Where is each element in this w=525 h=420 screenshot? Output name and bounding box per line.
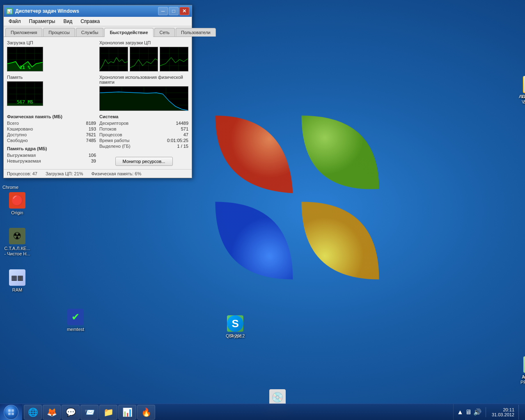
clock-time: 20:11 bbox=[503, 407, 514, 412]
phys-available-row: Доступно 7621 bbox=[7, 132, 96, 137]
desktop-icon-stalker[interactable]: ☢ С.Т.А.Л.КЕ...- Чистое Н... bbox=[2, 228, 32, 257]
menu-view[interactable]: Вид bbox=[60, 18, 76, 25]
memory-section-title: Память bbox=[7, 75, 96, 80]
task-manager-content: Загрузка ЦП bbox=[4, 37, 192, 169]
threads-row: Потоков 571 bbox=[99, 126, 188, 131]
tab-users[interactable]: Пользователи bbox=[176, 28, 216, 37]
status-memory: Физическая память: 6% bbox=[92, 171, 142, 176]
memory-graph: 567 МБ bbox=[7, 81, 43, 106]
skype-icon: S bbox=[227, 315, 243, 332]
show-desktop-button[interactable] bbox=[518, 405, 522, 420]
cpu-history-graph-3 bbox=[160, 47, 188, 71]
stats-section: Физическая память (МБ) Всего 8189 Кэширо… bbox=[7, 114, 188, 166]
desc-value: 14489 bbox=[176, 121, 188, 126]
menu-options[interactable]: Параметры bbox=[26, 18, 59, 25]
kernel-memory-title: Память ядра (МБ) bbox=[7, 146, 96, 151]
tab-services[interactable]: Службы bbox=[76, 28, 104, 37]
desktop-icon-memtest[interactable]: ✔ memtest bbox=[61, 309, 90, 332]
artmoney-icon: 💰 bbox=[523, 356, 525, 373]
stalker-icon: ☢ bbox=[9, 228, 25, 244]
nonpaged-row: Невыгружаемая 39 bbox=[7, 158, 96, 163]
physical-memory-stats: Физическая память (МБ) Всего 8189 Кэширо… bbox=[7, 114, 96, 166]
desktop-icon-artmoney[interactable]: 💰 ArtMoney PRO v7.33 bbox=[517, 356, 525, 385]
taskbar: 🌐 🦊 💬 📨 📁 📊 🔥 ▲ 🖥 🔊 20:11 31.03.2012 bbox=[0, 404, 525, 420]
start-button[interactable] bbox=[0, 404, 22, 420]
menu-help[interactable]: Справка bbox=[77, 18, 103, 25]
desc-label: Дескрипторов bbox=[99, 121, 128, 126]
phys-cached-row: Кэшировано 193 bbox=[7, 126, 96, 131]
monitor-resources-button[interactable]: Монитор ресурсов... bbox=[115, 157, 173, 166]
phys-total-label: Всего bbox=[7, 121, 19, 126]
phys-available-value: 7621 bbox=[86, 132, 96, 137]
taskbar-btn-chrome[interactable]: 🌐 bbox=[24, 405, 42, 420]
desktop-icon-ram[interactable]: ▦▦ RAM bbox=[2, 269, 32, 293]
taskbar-btn-firefox[interactable]: 🦊 bbox=[43, 405, 61, 420]
menu-file[interactable]: Файл bbox=[5, 18, 24, 25]
cpu-history-graph-1 bbox=[99, 47, 128, 71]
svg-rect-39 bbox=[11, 409, 14, 412]
origin-icon: 🔴 bbox=[9, 192, 25, 209]
uptime-row: Время работы 0:01:05:25 bbox=[99, 138, 188, 143]
memtest-icon: ✔ bbox=[67, 309, 84, 325]
close-button[interactable]: ✕ bbox=[179, 7, 189, 15]
system-title: Система bbox=[99, 114, 188, 119]
task-manager-statusbar: Процессов: 47 Загрузка ЦП: 21% Физическа… bbox=[4, 169, 192, 178]
taskbar-btn-origin[interactable]: 🔥 bbox=[137, 405, 155, 420]
taskbar-pinned: 🌐 🦊 💬 📨 📁 📊 🔥 bbox=[22, 404, 157, 420]
task-manager-menubar: Файл Параметры Вид Справка bbox=[4, 17, 192, 26]
desktop-icon-origin[interactable]: 🔴 Origin bbox=[2, 192, 32, 216]
taskbar-btn-qip[interactable]: 📨 bbox=[80, 405, 99, 420]
nonpaged-label: Невыгружаемая bbox=[7, 158, 41, 163]
status-cpu: Загрузка ЦП: 21% bbox=[46, 171, 83, 176]
processes-row: Процессов 47 bbox=[99, 132, 188, 137]
svg-rect-40 bbox=[8, 413, 11, 415]
tab-applications[interactable]: Приложения bbox=[5, 28, 42, 37]
ram-icon: ▦▦ bbox=[9, 269, 25, 286]
tray-volume[interactable]: 🔊 bbox=[473, 408, 481, 416]
processes-label: Процессов bbox=[99, 132, 122, 137]
phys-available-label: Доступно bbox=[7, 132, 27, 137]
ultraiso-icon: 💿 bbox=[269, 389, 286, 406]
phys-free-value: 7485 bbox=[86, 138, 96, 143]
desktop-icon-camtasia[interactable]: 🎥 Camtasia Studio 7 bbox=[517, 76, 525, 105]
desktop-icon-skype[interactable]: S Skype bbox=[220, 315, 250, 339]
phys-free-label: Свободно bbox=[7, 138, 28, 143]
svg-rect-38 bbox=[8, 409, 11, 412]
window-controls: ─ □ ✕ bbox=[158, 7, 189, 15]
taskbar-btn-taskmgr[interactable]: 📊 bbox=[118, 405, 136, 420]
status-processes: Процессов: 47 bbox=[7, 171, 37, 176]
tray-network[interactable]: 🖥 bbox=[465, 409, 472, 416]
tab-network[interactable]: Сеть bbox=[154, 28, 175, 37]
paged-row: Выгружаемая 106 bbox=[7, 153, 96, 158]
paged-value: 106 bbox=[89, 153, 96, 158]
tab-performance[interactable]: Быстродействие bbox=[104, 28, 153, 37]
cpu-history-graph-2 bbox=[130, 47, 158, 71]
task-manager-window: 📊 Диспетчер задач Windows ─ □ ✕ Файл Пар… bbox=[3, 5, 192, 178]
cpu-graph: 21 % bbox=[7, 47, 43, 71]
phys-free-row: Свободно 7485 bbox=[7, 138, 96, 143]
taskbar-btn-skype[interactable]: 💬 bbox=[62, 405, 80, 420]
maximize-button[interactable]: □ bbox=[169, 7, 179, 15]
desktop: Chrome 🔴 Origin ☢ С.Т.А.Л.КЕ...- Чистое … bbox=[0, 0, 525, 420]
taskbar-btn-explorer[interactable]: 📁 bbox=[99, 405, 117, 420]
svg-marker-36 bbox=[100, 92, 188, 111]
phys-cached-value: 193 bbox=[89, 126, 96, 131]
tray-arrow[interactable]: ▲ bbox=[457, 409, 463, 416]
committed-value: 1 / 15 bbox=[177, 144, 188, 149]
memory-value-label: 567 МБ bbox=[17, 99, 33, 105]
cpu-history-title: Хронология загрузки ЦП bbox=[99, 40, 188, 45]
desc-row: Дескрипторов 14489 bbox=[99, 121, 188, 126]
cpu-history-container: Хронология загрузки ЦП bbox=[99, 40, 188, 71]
nonpaged-value: 39 bbox=[91, 158, 96, 163]
tab-processes[interactable]: Процессы bbox=[43, 28, 75, 37]
memory-history-container: Хронология использования физической памя… bbox=[99, 75, 188, 111]
task-manager-title: Диспетчер задач Windows bbox=[15, 8, 158, 14]
cpu-current-container: Загрузка ЦП bbox=[7, 40, 96, 71]
clock-date: 31.03.2012 bbox=[492, 412, 514, 417]
chrome-desktop-label: Chrome bbox=[2, 185, 18, 190]
tray-icons: ▲ 🖥 🔊 bbox=[457, 408, 481, 416]
camtasia-icon: 🎥 bbox=[523, 76, 525, 92]
task-manager-tabs: Приложения Процессы Службы Быстродействи… bbox=[4, 26, 192, 37]
tray-clock[interactable]: 20:11 31.03.2012 bbox=[490, 407, 516, 417]
minimize-button[interactable]: ─ bbox=[158, 7, 168, 15]
